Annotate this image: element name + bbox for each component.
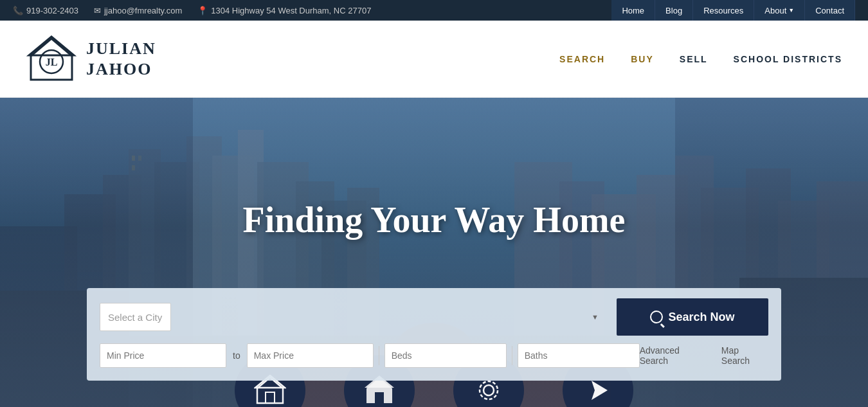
min-price-input[interactable] (100, 343, 226, 368)
brand-name: Julian Jahoo (86, 39, 156, 78)
phone-number: 919-302-2403 (26, 6, 78, 15)
nav-buy[interactable]: BUY (631, 54, 654, 64)
hero-section: Finding Your Way Home Select a City Sear… (0, 98, 868, 407)
search-row-city: Select a City Search Now (100, 298, 768, 336)
to-separator: to (226, 350, 247, 361)
email-info: ✉ jjahoo@fmrealty.com (94, 6, 182, 15)
svg-point-44 (484, 385, 494, 395)
top-bar: 📞 919-302-2403 ✉ jjahoo@fmrealty.com 📍 1… (0, 0, 868, 21)
baths-input[interactable] (518, 343, 640, 368)
nav-sell[interactable]: SELL (680, 54, 708, 64)
search-icon (650, 311, 663, 323)
search-panel: Select a City Search Now to Advanced Sea… (87, 288, 781, 381)
logo-link[interactable]: JL Julian Jahoo (26, 33, 156, 85)
svg-point-45 (480, 381, 498, 399)
advanced-search-link[interactable]: Advanced Search (640, 345, 709, 366)
beds-baths-separator (512, 346, 512, 365)
header: JL Julian Jahoo SEARCH BUY SELL SCHOOL D… (0, 21, 868, 98)
nav-search[interactable]: SEARCH (559, 54, 605, 64)
max-price-input[interactable] (247, 343, 374, 368)
search-button-label: Search Now (668, 311, 734, 324)
svg-rect-43 (375, 392, 384, 403)
map-search-link[interactable]: Map Search (721, 345, 768, 366)
nav-about[interactable]: About (754, 0, 805, 21)
hero-title: Finding Your Way Home (243, 199, 626, 240)
nav-resources[interactable]: Resources (693, 0, 754, 21)
top-bar-info: 📞 919-302-2403 ✉ jjahoo@fmrealty.com 📍 1… (13, 6, 611, 15)
svg-text:JL: JL (46, 57, 58, 68)
city-select-wrapper: Select a City (100, 303, 606, 331)
search-row-filters: to Advanced Search Map Search (100, 343, 768, 368)
top-bar-nav: Home Blog Resources About Contact (611, 0, 855, 21)
address-text: 1304 Highway 54 West Durham, NC 27707 (211, 6, 371, 15)
nav-blog[interactable]: Blog (655, 0, 693, 21)
svg-marker-38 (257, 377, 283, 403)
phone-icon: 📞 (13, 6, 23, 15)
svg-rect-40 (266, 392, 275, 403)
nav-home[interactable]: Home (611, 0, 655, 21)
address-info: 📍 1304 Highway 54 West Durham, NC 27707 (197, 6, 371, 15)
beds-input[interactable] (384, 343, 507, 368)
search-now-button[interactable]: Search Now (617, 298, 768, 336)
price-beds-separator (379, 346, 379, 365)
logo-svg: JL (26, 33, 77, 85)
city-select[interactable]: Select a City (100, 303, 171, 331)
email-address: jjahoo@fmrealty.com (104, 6, 182, 15)
main-nav: SEARCH BUY SELL SCHOOL DISTRICTS (559, 54, 842, 64)
search-links: Advanced Search Map Search (640, 345, 768, 366)
nav-school-districts[interactable]: SCHOOL DISTRICTS (734, 54, 842, 64)
email-icon: ✉ (94, 6, 101, 15)
svg-marker-46 (592, 381, 608, 400)
phone-info: 📞 919-302-2403 (13, 6, 78, 15)
nav-contact[interactable]: Contact (805, 0, 855, 21)
location-icon: 📍 (197, 6, 208, 15)
